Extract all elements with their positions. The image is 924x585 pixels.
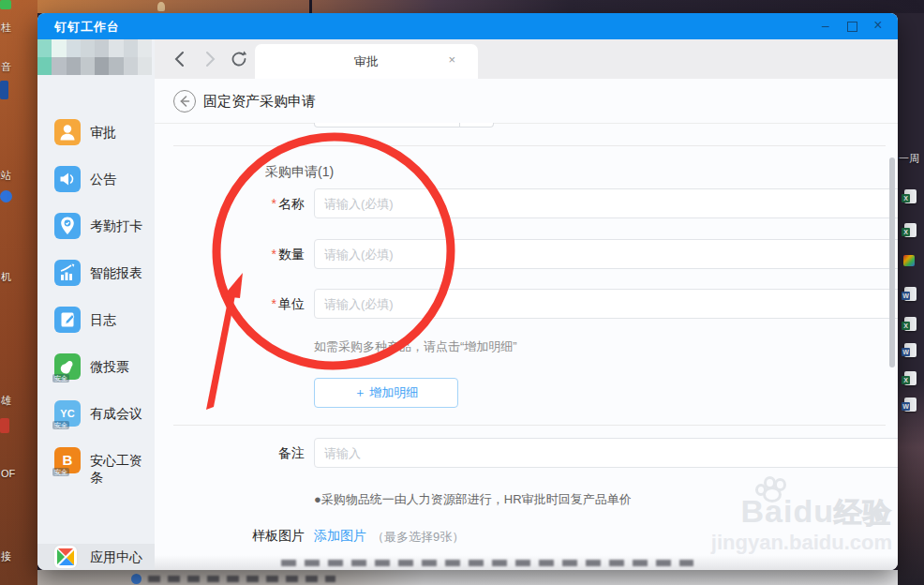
maximize-icon <box>847 22 857 32</box>
sidebar-item-label: 安心工资条 <box>90 453 155 487</box>
field-label-unit: *单位 <box>155 296 305 313</box>
tab-approval[interactable]: 审批 × <box>255 44 478 79</box>
quantity-input[interactable] <box>314 239 898 269</box>
minimize-button[interactable]: – <box>812 13 840 39</box>
desktop-file-caption: 一周 <box>899 152 919 166</box>
sidebar: 审批 公告 考勤打卡 智能报表 <box>37 39 156 544</box>
forward-icon[interactable] <box>198 48 220 70</box>
desktop-icon-label: 接 <box>1 551 11 562</box>
add-detail-button[interactable]: ＋ 增加明细 <box>314 378 458 408</box>
sidebar-item-label: 日志 <box>90 312 116 329</box>
yc-meeting-icon: YC 安全 <box>54 400 81 427</box>
sidebar-item-label: 智能报表 <box>90 265 142 282</box>
tab-label: 审批 <box>255 53 478 70</box>
excel-file-icon: X <box>904 371 917 385</box>
excel-glyph: X <box>902 228 910 236</box>
app-file-icon <box>903 255 915 266</box>
desktop-top-strip <box>37 0 924 13</box>
taskbar-strip <box>37 570 898 585</box>
watermark-url: jingyan.baidu.com <box>583 529 892 557</box>
monitor-bezel-line <box>309 0 312 13</box>
excel-file-icon: X <box>904 189 917 203</box>
desktop-right-strip: 一周 X X W X W X W <box>898 13 924 585</box>
window-titlebar[interactable]: 钉钉工作台 – × <box>37 13 898 39</box>
desktop-icon-label: 雄 <box>1 396 11 406</box>
back-icon[interactable] <box>170 48 192 70</box>
refresh-icon[interactable] <box>228 48 250 70</box>
app-center-pinwheel-icon <box>54 546 77 568</box>
name-input[interactable] <box>314 188 898 218</box>
sidebar-item-label: 微投票 <box>90 359 129 376</box>
sidebar-item-vote[interactable]: 安全 微投票 <box>37 353 155 395</box>
sidebar-item-reports[interactable]: 智能报表 <box>37 260 155 301</box>
desktop-icon-label: OF <box>1 469 15 479</box>
sidebar-item-label: 考勤打卡 <box>90 218 142 235</box>
scrollbar-thumb[interactable] <box>889 158 895 368</box>
desktop-icon-label: 桂 <box>1 22 11 33</box>
excel-glyph: X <box>902 376 910 384</box>
field-label-remark: 备注 <box>155 445 305 462</box>
safety-badge: 安全 <box>52 374 69 382</box>
form-header: 固定资产采购申请 <box>155 79 898 124</box>
section-title: 采购申请(1) <box>265 164 334 181</box>
sidebar-item-label: 有成会议 <box>90 406 142 423</box>
sidebar-item-label: 审批 <box>90 125 116 142</box>
desktop-icon-fragment <box>0 418 9 433</box>
remark-input[interactable] <box>314 438 898 468</box>
unit-input[interactable] <box>314 289 898 319</box>
location-pin-icon <box>54 213 81 239</box>
add-detail-hint: 如需采购多种产品，请点击“增加明细” <box>314 338 517 355</box>
divider <box>173 145 886 146</box>
word-glyph: W <box>902 348 910 356</box>
word-glyph: W <box>902 292 910 300</box>
desktop-left-strip: 桂 音 站 机 雄 OF 接 <box>0 0 37 585</box>
sidebar-item-label: 应用中心 <box>90 549 142 566</box>
word-file-icon: W <box>904 287 917 301</box>
megaphone-icon <box>54 166 81 192</box>
sidebar-item-app-center[interactable]: 应用中心 <box>37 544 155 570</box>
sidebar-item-payslip[interactable]: B 安全 安心工资条 <box>37 447 155 488</box>
excel-glyph: X <box>902 194 910 202</box>
approval-person-icon <box>54 119 81 145</box>
word-glyph: W <box>902 402 910 411</box>
sidebar-item-announcement[interactable]: 公告 <box>37 166 155 207</box>
browser-navbar: 审批 × <box>155 39 898 79</box>
desktop-icon-fragment <box>0 81 8 99</box>
sidebar-item-meeting[interactable]: YC 安全 有成会议 <box>37 400 155 442</box>
window-title: 钉钉工作台 <box>54 19 120 36</box>
excel-file-icon: X <box>904 223 917 237</box>
cutoff-input-top <box>314 123 494 128</box>
safety-badge: 安全 <box>52 468 69 476</box>
desktop-icon-fragment <box>0 0 11 9</box>
sidebar-item-log[interactable]: 日志 <box>37 307 155 348</box>
taskbar-app-icon <box>131 574 142 584</box>
excel-glyph: X <box>902 322 910 330</box>
desktop-icon-label: 音 <box>1 62 11 72</box>
taskbar-blurred-text <box>148 576 335 582</box>
word-file-icon: W <box>904 343 917 357</box>
notebook-icon <box>54 307 81 333</box>
required-asterisk: * <box>272 247 276 262</box>
desktop-figure <box>157 2 165 11</box>
maximize-button[interactable] <box>838 13 866 39</box>
user-info-blurred <box>37 39 152 75</box>
cutoff-input-notch <box>459 123 460 127</box>
add-image-link[interactable]: 添加图片 <box>314 528 366 545</box>
sidebar-item-label: 公告 <box>90 172 116 188</box>
bar-chart-icon <box>54 260 81 286</box>
tab-close-icon[interactable]: × <box>448 52 455 67</box>
close-button[interactable]: × <box>864 13 892 39</box>
sidebar-item-attendance[interactable]: 考勤打卡 <box>37 213 155 254</box>
form-content: 固定资产采购申请 采购申请(1) *名称 *数量 *单位 如需采购多种产品，请点… <box>155 79 898 570</box>
baidu-jingyan-watermark: Baidu经验 jingyan.baidu.com <box>583 495 892 557</box>
screenshot-canvas: 桂 音 站 机 雄 OF 接 一周 X X W X W X W 钉钉工作台 – <box>0 0 924 585</box>
bottom-shadow <box>155 555 898 570</box>
page-title: 固定资产采购申请 <box>203 93 316 111</box>
divider <box>173 425 886 426</box>
required-asterisk: * <box>272 296 276 311</box>
vote-hand-icon: 安全 <box>54 353 81 380</box>
payslip-b-icon: B 安全 <box>54 447 81 473</box>
field-label-name: *名称 <box>155 196 305 213</box>
back-circle-icon[interactable] <box>173 90 196 112</box>
sidebar-item-approval[interactable]: 审批 <box>37 119 155 160</box>
